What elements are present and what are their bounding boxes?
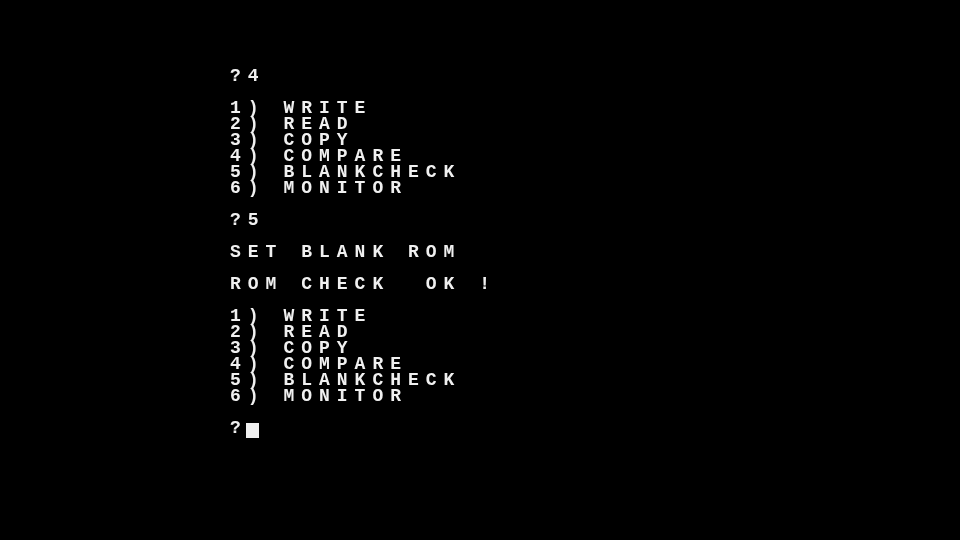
cursor-icon <box>246 423 259 438</box>
status-line: ROM CHECK OK ! <box>230 276 497 292</box>
menu-item: 6) MONITOR <box>230 388 497 404</box>
prompt-line: ?5 <box>230 212 497 228</box>
prompt-line: ?4 <box>230 68 497 84</box>
status-line: SET BLANK ROM <box>230 244 497 260</box>
input-prompt[interactable]: ? <box>230 420 497 438</box>
terminal-screen: ?4 1) WRITE 2) READ 3) COPY 4) COMPARE 5… <box>230 68 497 438</box>
menu-item: 6) MONITOR <box>230 180 497 196</box>
